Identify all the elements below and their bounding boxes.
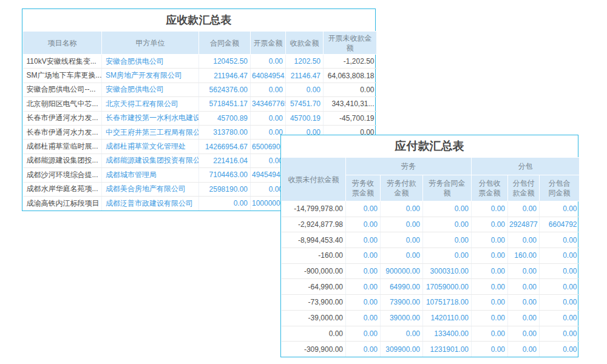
cell: 0.00 <box>346 279 381 295</box>
cell: 64084954.6 <box>251 69 286 83</box>
cell: 900000.00 <box>381 263 423 279</box>
cell: SM广场地下车库更换... <box>23 69 102 83</box>
cell: -45,700.19 <box>324 111 377 125</box>
cell: 0.00 <box>423 248 472 264</box>
cell: 0.00 <box>472 232 508 248</box>
cell: 343467765. <box>251 97 286 111</box>
cell: -64,990.00 <box>282 279 346 295</box>
cell: 343,410,31... <box>324 97 377 111</box>
cell: 0.00 <box>381 248 423 264</box>
table-row[interactable]: 安徽合肥供电公司--...安徽合肥供电公司5624376.000.000.000… <box>23 83 377 96</box>
cell: 0.00 <box>472 201 508 217</box>
table-row[interactable]: SM广场地下车库更换...SM房地产开发有限公司211946.476408495… <box>23 69 377 83</box>
table-row[interactable]: 长春市伊通河水力发...长春市建投第一水利水电建设有限公司45700.890.0… <box>23 111 377 125</box>
col-contract-amount: 合同金额 <box>199 32 251 55</box>
cell: 成渝高铁内江标段项目 <box>23 196 102 210</box>
cell: SM房地产开发有限公司 <box>102 69 199 83</box>
col-subcontract-invoice-amount: 分包收票金额 <box>472 175 508 201</box>
col-labor-contract-amount: 劳务合同金额 <box>423 175 472 201</box>
cell: 1420110.00 <box>423 310 472 326</box>
cell: 0.00 <box>346 263 381 279</box>
col-invoiced-unreceived-amount: 开票未收款金额 <box>324 32 377 55</box>
table-row[interactable]: -309,900.000.00309900.001231901.000.000.… <box>282 342 580 357</box>
cell: 0.00 <box>199 196 251 210</box>
payables-title: 应付款汇总表 <box>281 135 578 157</box>
cell: 45700.89 <box>199 111 251 125</box>
cell: 0.00 <box>508 263 540 279</box>
cell: 0.00 <box>540 263 580 279</box>
cell: 长春市建投第一水利水电建设有限公司 <box>102 111 199 125</box>
table-row[interactable]: -2,924,877.980.000.000.000.0029248776604… <box>282 217 580 232</box>
cell: 成都沙河环境综合提... <box>23 168 102 182</box>
cell: 1202.50 <box>286 55 324 69</box>
cell: 2924877 <box>508 217 540 232</box>
cell: 0.00 <box>472 263 508 279</box>
cell: 成都能源建设集团投... <box>23 153 102 167</box>
cell: 成都泛普市政建设有限公司 <box>102 196 199 210</box>
page: 应收款汇总表 项目名称 甲方单位 合同金额 开票金额 收款金额 开票未收款金额 … <box>0 0 607 364</box>
table-row[interactable]: 110kV安徽线程集变...安徽合肥供电公司120452.500.001202.… <box>23 55 377 69</box>
cell: 0.00 <box>346 232 381 248</box>
receivables-header-row: 项目名称 甲方单位 合同金额 开票金额 收款金额 开票未收款金额 <box>23 32 377 55</box>
cell: 73900.00 <box>381 295 423 311</box>
cell: 0.00 <box>381 232 423 248</box>
cell: 0.00 <box>472 248 508 264</box>
table-row[interactable]: -8,994,453.400.000.000.000.000.000.00 <box>282 232 580 248</box>
cell: 21146.47 <box>286 69 324 83</box>
cell: 10751718.00 <box>423 295 472 311</box>
cell: 0.00 <box>324 83 377 96</box>
cell: 64990.00 <box>381 279 423 295</box>
cell: 0.00 <box>472 295 508 311</box>
cell: 成都杜甫草堂临时展... <box>23 140 102 153</box>
cell: 成都美合房地产有限公司 <box>102 182 199 196</box>
payables-group-header-row: 收票未付款金额 劳务 分包 <box>282 158 580 175</box>
cell: 0.00 <box>423 217 472 232</box>
cell: 0.00 <box>286 83 324 96</box>
table-row[interactable]: -39,000.000.0039000.001420110.000.000.00… <box>282 310 580 326</box>
col-labor-invoice-amount: 劳务收票金额 <box>346 175 381 201</box>
table-row[interactable]: -64,990.000.0064990.0017059000.000.000.0… <box>282 279 580 295</box>
cell: 64,063,808.18 <box>324 69 377 83</box>
cell: 北京天得工程有限公司 <box>102 97 199 111</box>
cell: 0.00 <box>346 248 381 264</box>
cell: 0.00 <box>251 83 286 96</box>
table-row[interactable]: 0.000.000.00133400.000.000.000.00 <box>282 326 580 342</box>
table-row[interactable]: -900,000.000.00900000.003000310.000.000.… <box>282 263 580 279</box>
cell: 0.00 <box>346 342 381 357</box>
group-subcontract: 分包 <box>472 158 580 175</box>
cell: 0.00 <box>540 248 580 264</box>
table-row[interactable]: -160.000.000.000.000.00160.000.00 <box>282 248 580 264</box>
col-subcontract-contract-amount: 分包合同金额 <box>540 175 580 201</box>
col-received-amount: 收款金额 <box>286 32 324 55</box>
cell: 14266954.67 <box>199 140 251 153</box>
payables-summary-panel: 应付款汇总表 收票未付款金额 劳务 分包 劳务收票金额 劳务付款金额 劳务合同金… <box>280 135 578 357</box>
cell: 0.00 <box>381 326 423 342</box>
cell: 5718451.17 <box>199 97 251 111</box>
col-client-unit: 甲方单位 <box>102 32 199 55</box>
cell: 北京朝阳区电气中芯... <box>23 97 102 111</box>
cell: -160.00 <box>282 248 346 264</box>
cell: 6604792 <box>540 217 580 232</box>
col-subcontract-payment-amount: 分包付款金额 <box>508 175 540 201</box>
cell: 0.00 <box>346 295 381 311</box>
cell: 3000310.00 <box>423 263 472 279</box>
cell: -309,900.00 <box>282 342 346 357</box>
cell: 0.00 <box>540 342 580 357</box>
table-row[interactable]: 北京朝阳区电气中芯...北京天得工程有限公司5718451.1734346776… <box>23 97 377 111</box>
receivables-title: 应收款汇总表 <box>22 9 375 31</box>
cell: 0.00 <box>423 232 472 248</box>
cell: 0.00 <box>472 326 508 342</box>
cell: 5624376.00 <box>199 83 251 96</box>
cell: 长春市伊通河水力发... <box>23 111 102 125</box>
cell: 110kV安徽线程集变... <box>23 55 102 69</box>
col-received-invoice-unpaid-amount: 收票未付款金额 <box>282 158 346 201</box>
cell: 成都水岸华庭名苑项... <box>23 182 102 196</box>
table-row[interactable]: -73,900.000.0073900.0010751718.000.000.0… <box>282 295 580 311</box>
cell: 0.00 <box>540 295 580 311</box>
cell: 0.00 <box>508 342 540 357</box>
table-row[interactable]: -14,799,978.000.000.000.000.000.000.00 <box>282 201 580 217</box>
cell: 中交王府井第三工程局有限公司 <box>102 125 199 139</box>
cell: 0.00 <box>472 217 508 232</box>
cell: 0.00 <box>540 201 580 217</box>
cell: 160.00 <box>508 248 540 264</box>
